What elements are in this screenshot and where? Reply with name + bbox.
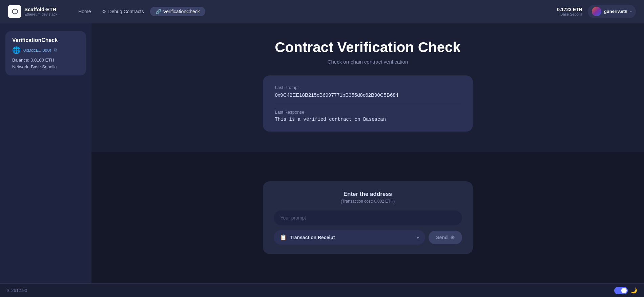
logo-subtitle: Ethereum dev stack xyxy=(24,12,57,16)
content-area: Contract Verification Check Check on-cha… xyxy=(91,23,644,152)
nav-home[interactable]: Home xyxy=(74,7,96,16)
logo-icon: ⬡ xyxy=(8,5,21,18)
navbar-right: 0.1723 ETH Base Sepolia guneriv.eth ▾ xyxy=(557,5,636,18)
input-card: Enter the address (Transaction cost: 0.0… xyxy=(263,181,473,254)
last-prompt-value: 0x9C42EE18B215cB6997771bB355d8c62B90C5B6… xyxy=(275,92,461,98)
result-card: Last Prompt 0x9C42EE18B215cB6997771bB355… xyxy=(263,75,473,132)
eth-amount: 0.1723 ETH xyxy=(557,7,582,12)
send-button[interactable]: Send ✳ xyxy=(429,231,462,244)
user-badge[interactable]: guneriv.eth ▾ xyxy=(588,5,636,18)
logo-title: Scaffold-ETH xyxy=(24,6,57,12)
debug-icon: ⚙ xyxy=(102,9,106,14)
nav-verification-check[interactable]: 🔗VerificationCheck xyxy=(150,7,205,16)
page-title: Contract Verification Check xyxy=(275,39,460,55)
receipt-icon: 📋 xyxy=(280,234,287,241)
contract-balance: Balance: 0.0100 ETH xyxy=(12,58,79,63)
moon-icon: 🌙 xyxy=(630,287,637,294)
last-response-value: This is a verified contract on Basescan xyxy=(275,117,461,122)
contract-emoji: 🌐 xyxy=(12,46,21,54)
nav-links: Home ⚙Debug Contracts 🔗VerificationCheck xyxy=(74,7,205,16)
toggle-thumb xyxy=(621,288,627,293)
contract-name: VerificationCheck xyxy=(12,37,79,43)
nav-debug-contracts[interactable]: ⚙Debug Contracts xyxy=(97,7,149,16)
input-card-title: Enter the address xyxy=(274,191,462,198)
send-icon: ✳ xyxy=(451,235,455,240)
eth-balance: 0.1723 ETH Base Sepolia xyxy=(557,7,582,16)
page-subtitle: Check on-chain contract verification xyxy=(328,59,408,65)
prompt-input[interactable] xyxy=(274,210,462,225)
contract-network: Network: Base Sepolia xyxy=(12,64,79,69)
link-icon: 🔗 xyxy=(155,9,161,14)
user-name: guneriv.eth xyxy=(604,9,627,14)
input-section: Enter the address (Transaction cost: 0.0… xyxy=(91,152,644,283)
eth-network: Base Sepolia xyxy=(557,12,582,16)
contract-address-row: 🌐 0xDdcE...0d0f ⧉ xyxy=(12,46,79,54)
dropdown-label: Transaction Receipt xyxy=(290,235,414,240)
dollar-icon: $ xyxy=(7,288,9,293)
contract-address: 0xDdcE...0d0f xyxy=(23,48,51,53)
avatar xyxy=(592,7,601,16)
transaction-receipt-dropdown[interactable]: 📋 Transaction Receipt ▾ xyxy=(274,230,425,245)
last-response-label: Last Response xyxy=(275,110,461,115)
chevron-down-icon: ▾ xyxy=(630,9,632,13)
input-card-cost: (Transaction cost: 0.002 ETH) xyxy=(274,199,462,204)
navbar: ⬡ Scaffold-ETH Ethereum dev stack Home ⚙… xyxy=(0,0,644,23)
bottom-bar: $ 2612.90 🌙 xyxy=(0,283,644,297)
toggle-track[interactable] xyxy=(614,287,628,294)
divider xyxy=(275,104,461,104)
chevron-down-icon: ▾ xyxy=(417,235,419,240)
main-layout: VerificationCheck 🌐 0xDdcE...0d0f ⧉ Bala… xyxy=(0,23,644,283)
copy-icon[interactable]: ⧉ xyxy=(54,47,57,53)
bottom-row: 📋 Transaction Receipt ▾ Send ✳ xyxy=(274,230,462,245)
contract-card: VerificationCheck 🌐 0xDdcE...0d0f ⧉ Bala… xyxy=(5,31,86,75)
dark-mode-toggle[interactable]: 🌙 xyxy=(614,287,637,294)
sidebar: VerificationCheck 🌐 0xDdcE...0d0f ⧉ Bala… xyxy=(0,23,91,283)
send-label: Send xyxy=(436,235,448,240)
dollar-amount: 2612.90 xyxy=(11,288,27,293)
last-prompt-label: Last Prompt xyxy=(275,85,461,90)
logo: ⬡ Scaffold-ETH Ethereum dev stack xyxy=(8,5,57,18)
dollar-value: $ 2612.90 xyxy=(7,288,27,293)
logo-text: Scaffold-ETH Ethereum dev stack xyxy=(24,6,57,16)
